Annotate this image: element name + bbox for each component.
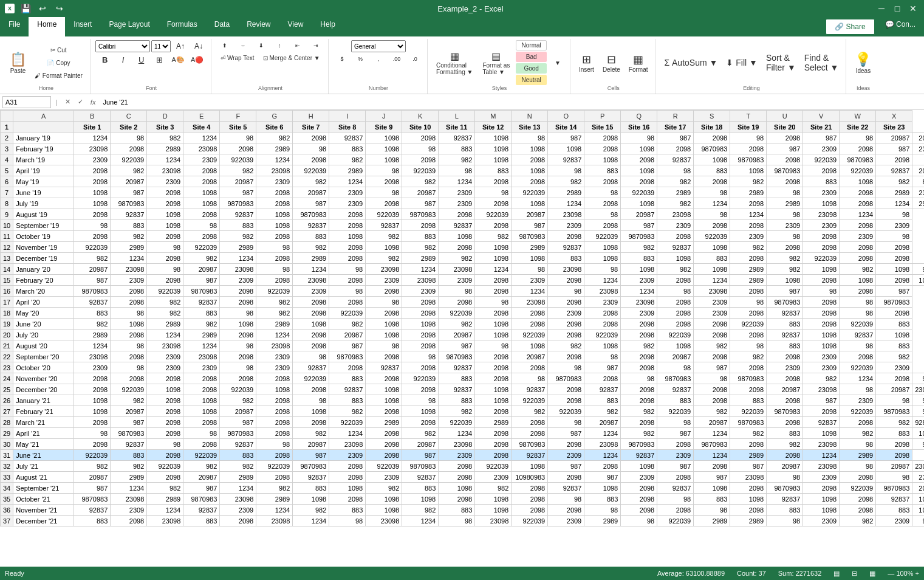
row-label-17[interactable]: April '20 [13, 297, 74, 308]
cell-15-6[interactable]: 2309 [220, 275, 256, 286]
row-label-15[interactable]: February '20 [13, 275, 74, 286]
cell-10-20[interactable]: 2098 [730, 220, 767, 231]
cell-34-18[interactable]: 92837 [657, 483, 694, 494]
row-label-10[interactable]: September '19 [13, 220, 74, 231]
cell-35-7[interactable]: 2989 [256, 494, 293, 505]
cell-11-12[interactable]: 1098 [439, 231, 475, 242]
text-direction-button[interactable]: ↕ [271, 40, 288, 51]
cell-5-14[interactable]: 1098 [512, 165, 548, 176]
cell-7-18[interactable]: 2989 [657, 187, 694, 198]
cell-9-10[interactable]: 922039 [366, 209, 402, 220]
cell-5-13[interactable]: 883 [475, 165, 512, 176]
cell-24-25[interactable]: 982 [912, 373, 924, 384]
cell-3-19[interactable]: 9870983 [694, 143, 730, 154]
row-label-24[interactable]: November '20 [13, 373, 74, 384]
cell-2-20[interactable]: 98 [730, 133, 767, 143]
cell-3-2[interactable]: 23098 [74, 143, 111, 154]
cell-7-14[interactable]: 922039 [512, 187, 548, 198]
cell-29-6[interactable]: 9870983 [220, 428, 256, 439]
cell-3-16[interactable]: 2098 [584, 143, 621, 154]
cell-7-8[interactable]: 20987 [293, 187, 329, 198]
cell-25-16[interactable]: 92837 [584, 384, 621, 395]
cell-28-24[interactable]: 982 [876, 417, 912, 428]
cell-5-8[interactable]: 922039 [293, 165, 329, 176]
cell-25-7[interactable]: 1098 [256, 384, 293, 395]
cell-18-12[interactable]: 922039 [439, 308, 475, 319]
cell-18-15[interactable]: 2309 [548, 308, 584, 319]
cell-25-9[interactable]: 92837 [329, 384, 366, 395]
cell-2-10[interactable]: 1098 [366, 133, 402, 143]
cell-4-16[interactable]: 1098 [584, 154, 621, 165]
cell-2-4[interactable]: 982 [147, 133, 183, 143]
cell-31-15[interactable]: 2309 [548, 450, 584, 461]
cell-35-22[interactable]: 1098 [803, 494, 840, 505]
cell-20-9[interactable]: 20987 [329, 330, 366, 340]
cell-12-13[interactable]: 1098 [475, 242, 512, 253]
cell-28-9[interactable]: 922039 [329, 417, 366, 428]
cell-9-12[interactable]: 2098 [439, 209, 475, 220]
view-normal-icon[interactable]: ▤ [833, 570, 840, 578]
cell-6-4[interactable]: 2309 [147, 176, 183, 187]
cell-9-22[interactable]: 23098 [803, 209, 840, 220]
cell-28-21[interactable]: 2098 [767, 417, 803, 428]
cell-6-7[interactable]: 2309 [256, 176, 293, 187]
format-cells-button[interactable]: ▦Format [625, 50, 652, 75]
cell-7-6[interactable]: 987 [220, 187, 256, 198]
cell-15-25[interactable]: 1098 [912, 275, 924, 286]
cell-13-18[interactable]: 1098 [657, 253, 694, 264]
cell-37-15[interactable]: 2309 [548, 516, 584, 526]
cell-23-23[interactable]: 922039 [840, 362, 876, 373]
cell-22-8[interactable]: 98 [293, 351, 329, 362]
cell-32-6[interactable]: 982 [220, 461, 256, 472]
cell-30-21[interactable]: 982 [767, 439, 803, 450]
cell-33-17[interactable]: 2309 [621, 472, 657, 483]
cell-33-23[interactable]: 2098 [840, 472, 876, 483]
cell-28-7[interactable]: 2098 [256, 417, 293, 428]
cell-28-17[interactable]: 2098 [621, 417, 657, 428]
decrease-decimal-button[interactable]: .0 [406, 54, 423, 64]
cell-15-15[interactable]: 2098 [548, 275, 584, 286]
cell-12-6[interactable]: 2989 [220, 242, 256, 253]
cell-22-12[interactable]: 9870983 [439, 351, 475, 362]
cell-29-20[interactable]: 982 [730, 428, 767, 439]
row-label-37[interactable]: December '21 [13, 516, 74, 526]
cell-22-11[interactable]: 98 [402, 351, 439, 362]
cell-28-10[interactable]: 2989 [366, 417, 402, 428]
cell-18-10[interactable]: 2098 [366, 308, 402, 319]
cell-12-17[interactable]: 982 [621, 242, 657, 253]
cell-17-17[interactable]: 23098 [621, 297, 657, 308]
cell-10-18[interactable]: 2309 [657, 220, 694, 231]
site-header-4[interactable]: Site 4 [183, 122, 220, 133]
cell-36-21[interactable]: 883 [767, 505, 803, 516]
cell-14-14[interactable]: 98 [512, 264, 548, 275]
cell-36-16[interactable]: 98 [584, 505, 621, 516]
cell-16-11[interactable]: 2309 [402, 286, 439, 297]
cell-7-25[interactable]: 2309 [912, 187, 924, 198]
cell-35-17[interactable]: 2098 [621, 494, 657, 505]
cell-37-23[interactable]: 982 [840, 516, 876, 526]
cell-8-5[interactable]: 1098 [183, 198, 220, 209]
cell-25-11[interactable]: 2098 [402, 384, 439, 395]
cell-7-15[interactable]: 2989 [548, 187, 584, 198]
cell-17-10[interactable]: 98 [366, 297, 402, 308]
cell-36-3[interactable]: 2309 [111, 505, 147, 516]
cell-21-3[interactable]: 98 [111, 340, 147, 351]
cell-6-2[interactable]: 2098 [74, 176, 111, 187]
cell-22-23[interactable]: 2098 [840, 351, 876, 362]
cell-14-8[interactable]: 1234 [293, 264, 329, 275]
cell-37-25[interactable]: 982 [912, 516, 924, 526]
cell-16-7[interactable]: 922039 [256, 286, 293, 297]
cell-31-24[interactable]: 2098 [876, 450, 912, 461]
cell-10-17[interactable]: 987 [621, 220, 657, 231]
cell-6-12[interactable]: 1234 [439, 176, 475, 187]
row-label-34[interactable]: September '21 [13, 483, 74, 494]
cell-26-11[interactable]: 98 [402, 395, 439, 406]
cell-7-4[interactable]: 2098 [147, 187, 183, 198]
cell-35-8[interactable]: 1098 [293, 494, 329, 505]
row-label-7[interactable]: June '19 [13, 187, 74, 198]
cell-37-21[interactable]: 98 [767, 516, 803, 526]
cell-34-11[interactable]: 883 [402, 483, 439, 494]
cell-12-12[interactable]: 2098 [439, 242, 475, 253]
cell-13-22[interactable]: 922039 [803, 253, 840, 264]
cell-7-21[interactable]: 98 [767, 187, 803, 198]
